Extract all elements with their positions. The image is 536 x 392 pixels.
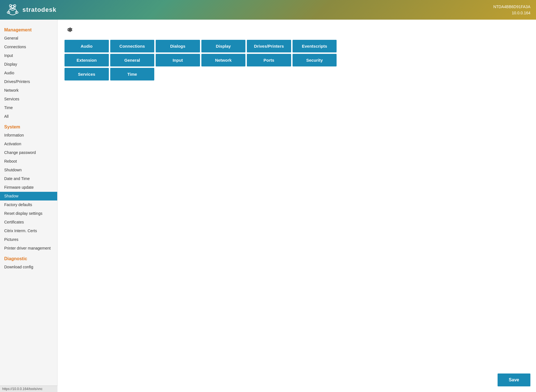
diagnostic-nav: Download config	[0, 263, 57, 271]
content-area: AudioConnectionsDialogsDisplayDrives/Pri…	[57, 20, 536, 392]
sidebar: Management GeneralConnectionsInputDispla…	[0, 20, 57, 392]
status-url: https://10.0.0.164/tools/vnc	[2, 387, 42, 391]
diagnostic-section-title: Diagnostic	[0, 254, 57, 263]
sidebar-item-input[interactable]: Input	[0, 51, 57, 60]
sidebar-item-general[interactable]: General	[0, 34, 57, 43]
svg-point-8	[12, 8, 13, 8]
sidebar-item-certificates[interactable]: Certificates	[0, 218, 57, 227]
settings-button-grid: AudioConnectionsDialogsDisplayDrives/Pri…	[65, 40, 337, 80]
svg-point-1	[10, 5, 15, 10]
sidebar-item-printer-driver-management[interactable]: Printer driver management	[0, 244, 57, 253]
bear-logo-icon	[6, 4, 20, 16]
grid-button-input[interactable]: Input	[156, 54, 200, 66]
device-ip: 10.0.0.164	[493, 10, 530, 16]
sidebar-item-drives-printers[interactable]: Drives/Printers	[0, 77, 57, 86]
sidebar-item-information[interactable]: Information	[0, 131, 57, 140]
grid-button-drives-printers[interactable]: Drives/Printers	[247, 40, 291, 52]
management-nav: GeneralConnectionsInputDisplayAudioDrive…	[0, 34, 57, 121]
app-title: stratodesk	[22, 6, 56, 13]
grid-button-network[interactable]: Network	[201, 54, 246, 66]
sidebar-item-date-and-time[interactable]: Date and Time	[0, 174, 57, 183]
sidebar-item-activation[interactable]: Activation	[0, 140, 57, 148]
sidebar-item-reboot[interactable]: Reboot	[0, 157, 57, 166]
header-logo: stratodesk	[6, 4, 56, 16]
sidebar-item-shutdown[interactable]: Shutdown	[0, 166, 57, 174]
save-button[interactable]: Save	[498, 373, 530, 386]
device-info: NTDA4BB6D91FA3A 10.0.0.164	[493, 4, 530, 16]
content-header	[65, 25, 529, 34]
sidebar-item-firmware-update[interactable]: Firmware update	[0, 183, 57, 192]
sidebar-item-time[interactable]: Time	[0, 103, 57, 112]
main-layout: Management GeneralConnectionsInputDispla…	[0, 20, 536, 392]
sidebar-item-all[interactable]: All	[0, 112, 57, 121]
grid-button-ports[interactable]: Ports	[247, 54, 291, 66]
sidebar-item-change-password[interactable]: Change password	[0, 148, 57, 157]
sidebar-item-display[interactable]: Display	[0, 60, 57, 69]
settings-gear-icon	[65, 25, 73, 34]
system-nav: InformationActivationChange passwordRebo…	[0, 131, 57, 253]
sidebar-item-audio[interactable]: Audio	[0, 69, 57, 77]
grid-button-display[interactable]: Display	[201, 40, 246, 52]
grid-button-extension[interactable]: Extension	[65, 54, 109, 66]
sidebar-item-citrix-interm-certs[interactable]: Citrix Interm. Certs	[0, 227, 57, 235]
sidebar-item-download-config[interactable]: Download config	[0, 263, 57, 271]
grid-button-audio[interactable]: Audio	[65, 40, 109, 52]
grid-button-dialogs[interactable]: Dialogs	[156, 40, 200, 52]
sidebar-item-shadow[interactable]: Shadow	[0, 192, 57, 200]
grid-button-connections[interactable]: Connections	[110, 40, 155, 52]
sidebar-item-factory-defaults[interactable]: Factory defaults	[0, 200, 57, 209]
header: stratodesk NTDA4BB6D91FA3A 10.0.0.164	[0, 0, 536, 20]
svg-point-7	[13, 7, 14, 8]
management-section-title: Management	[0, 25, 57, 34]
device-id: NTDA4BB6D91FA3A	[493, 4, 530, 10]
sidebar-item-connections[interactable]: Connections	[0, 43, 57, 51]
status-bar: https://10.0.0.164/tools/vnc	[0, 386, 57, 392]
grid-button-general[interactable]: General	[110, 54, 155, 66]
sidebar-item-network[interactable]: Network	[0, 86, 57, 95]
sidebar-item-services[interactable]: Services	[0, 95, 57, 103]
grid-button-security[interactable]: Security	[293, 54, 337, 66]
sidebar-item-reset-display-settings[interactable]: Reset display settings	[0, 209, 57, 218]
grid-button-services[interactable]: Services	[65, 68, 109, 80]
sidebar-item-pictures[interactable]: Pictures	[0, 235, 57, 244]
grid-button-time[interactable]: Time	[110, 68, 155, 80]
system-section-title: System	[0, 122, 57, 131]
svg-point-6	[11, 7, 12, 8]
grid-button-eventscripts[interactable]: Eventscripts	[293, 40, 337, 52]
